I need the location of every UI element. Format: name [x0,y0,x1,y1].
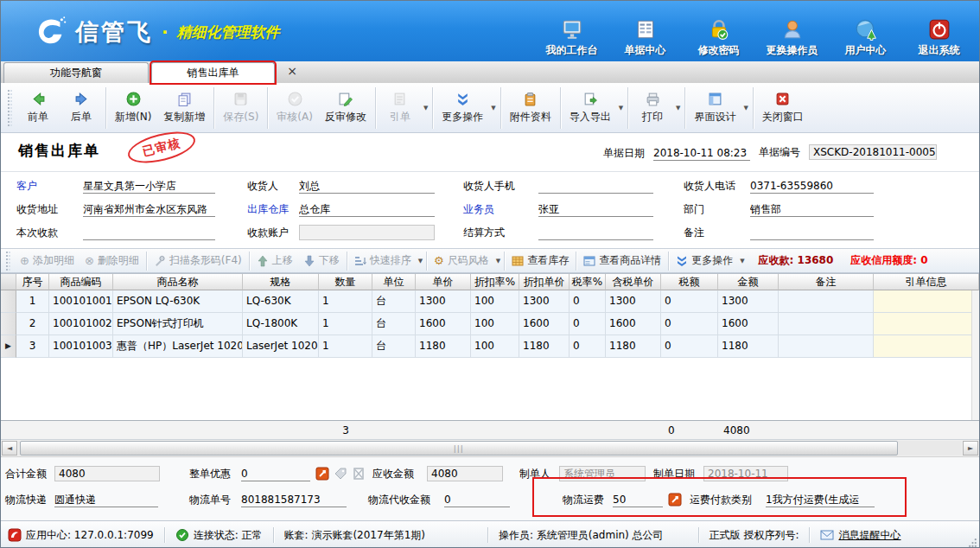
payment-input[interactable] [83,226,215,240]
address-input[interactable]: 河南省郑州市金水区东风路 [83,202,215,217]
freight-type-input[interactable]: 1我方付运费(生成运 [766,493,875,507]
table-cell[interactable]: 0 [570,313,606,335]
table-cell[interactable] [779,335,874,358]
unaudit-button[interactable]: 反审修改 [319,86,372,131]
col-header-product-code[interactable]: 商品编码 [49,274,113,290]
print-dropdown-icon[interactable]: ▼ [676,105,680,112]
table-cell[interactable]: 1180 [416,335,471,358]
quick-edit-icon[interactable] [315,467,329,481]
col-header-remark[interactable]: 备注 [779,274,874,290]
table-cell[interactable]: EPSON针式打印机 [113,313,243,335]
table-cell[interactable]: 1 [319,313,372,335]
col-header-tax-amount[interactable]: 税额 [661,274,718,290]
move-up-button[interactable]: 上移 [251,251,298,271]
table-cell[interactable] [874,290,979,313]
table-cell[interactable]: LQ-630K [243,290,319,313]
table-cell[interactable]: 100 [471,313,519,335]
quick-edit-icon[interactable] [668,493,682,507]
table-cell[interactable]: 台 [372,290,416,313]
col-header-ref-info[interactable]: 引单信息 [874,274,979,290]
vertical-scrollbar[interactable] [971,290,979,421]
table-cell[interactable]: 台 [372,313,416,335]
col-header-seq[interactable]: 序号 [16,274,49,290]
window-resize-grip[interactable] [968,538,977,547]
table-cell[interactable]: 1300 [416,290,471,313]
row-selector-current[interactable]: ▶ [1,335,16,358]
consignee-mobile-input[interactable] [538,179,653,194]
table-cell[interactable] [874,335,979,358]
col-header-qty[interactable]: 数量 [319,274,372,290]
table-cell[interactable]: 1600 [718,313,779,335]
add-new-button[interactable]: 新增(N) [109,86,157,131]
scrollbar-track[interactable]: ||| [18,441,962,456]
express-input[interactable]: 圆通快递 [54,493,158,507]
row-selector[interactable] [1,290,16,313]
size-style-button[interactable]: ⚙ 尺码风格 [429,251,494,271]
attachment-button[interactable]: 附件资料 [504,86,557,131]
tab-close-icon[interactable]: × [283,63,301,80]
import-export-button[interactable]: 导入导出 [563,86,617,131]
detail-more-dropdown-icon[interactable]: ▼ [740,258,744,264]
print-button[interactable]: 打印 [631,86,674,131]
audit-button[interactable]: 审核(A) [270,86,319,131]
ui-design-button[interactable]: 界面设计 [688,86,741,131]
table-cell[interactable]: 1300 [718,290,779,313]
discount-input[interactable]: 0 [241,467,310,481]
ui-design-dropdown-icon[interactable]: ▼ [743,105,748,112]
table-cell[interactable]: 100101002 [49,313,113,335]
table-cell[interactable] [779,290,874,313]
consignee-phone-input[interactable]: 0371-63559860 [750,179,874,194]
next-doc-button[interactable]: 后单 [60,86,103,131]
table-cell[interactable]: 0 [570,290,606,313]
quick-sort-dropdown-icon[interactable]: ▼ [418,258,423,264]
prev-doc-button[interactable]: 前单 [16,86,60,131]
scroll-right-arrow-icon[interactable]: ► [963,441,978,456]
doc-date-input[interactable]: 2018-10-11 08:23 [653,146,750,161]
freight-input[interactable]: 50 [613,493,663,507]
customer-input[interactable]: 星星文具第一小学店 [83,179,215,194]
copy-new-button[interactable]: 复制新增 [157,86,211,131]
table-cell[interactable]: 1600 [606,313,661,335]
table-cell[interactable]: 1 [319,335,372,358]
col-header-discount-rate[interactable]: 折扣率% [471,274,519,290]
table-cell[interactable]: 100 [471,335,519,358]
box-icon[interactable] [352,467,366,481]
col-header-discount-price[interactable]: 折扣单价 [519,274,570,290]
tracking-input[interactable]: 801881587173 [241,493,347,507]
change-password-button[interactable]: 修改密码 [682,18,755,58]
department-input[interactable]: 销售部 [750,202,874,217]
table-cell[interactable]: 100 [471,290,519,313]
warehouse-input[interactable]: 总仓库 [299,202,435,217]
col-header-price[interactable]: 单价 [416,274,471,290]
table-cell[interactable]: LaserJet 1020 [243,335,319,358]
table-cell[interactable]: 0 [661,335,718,358]
exit-system-button[interactable]: 退出系统 [902,18,976,58]
pull-order-button[interactable]: 引单 [379,86,422,131]
message-center-link[interactable]: 消息提醒中心 [820,528,900,543]
tag-icon[interactable] [334,467,347,481]
workbench-button[interactable]: 我的工作台 [535,18,608,58]
table-cell[interactable] [874,313,979,335]
cod-input[interactable]: 0 [444,493,510,507]
col-header-amount[interactable]: 金额 [718,274,779,290]
table-cell[interactable]: 1300 [606,290,661,313]
col-header-unit[interactable]: 单位 [372,274,416,290]
save-button[interactable]: 保存(S) [217,86,264,131]
col-header-tax-rate[interactable]: 税率% [570,274,606,290]
table-cell[interactable]: 2 [16,313,49,335]
scan-barcode-button[interactable]: 扫描条形码(F4) [149,251,247,271]
more-actions-dropdown-icon[interactable]: ▼ [491,105,495,112]
quick-sort-button[interactable]: 快速排序 [349,251,417,271]
detail-more-actions-button[interactable]: 更多操作 [671,251,738,271]
switch-operator-button[interactable]: 更换操作员 [755,18,829,58]
table-cell[interactable]: 100101001 [49,290,113,313]
table-cell[interactable]: 3 [16,335,49,358]
user-center-button[interactable]: 用户中心 [829,18,902,58]
table-cell[interactable]: 1180 [718,335,779,358]
settle-input[interactable] [538,226,653,240]
add-detail-button[interactable]: ⊕ 添加明细 [15,251,80,271]
view-product-button[interactable]: 查看商品详情 [578,251,666,271]
table-cell[interactable]: 1600 [519,313,570,335]
remark-input[interactable] [750,226,874,240]
table-cell[interactable]: 1 [16,290,49,313]
